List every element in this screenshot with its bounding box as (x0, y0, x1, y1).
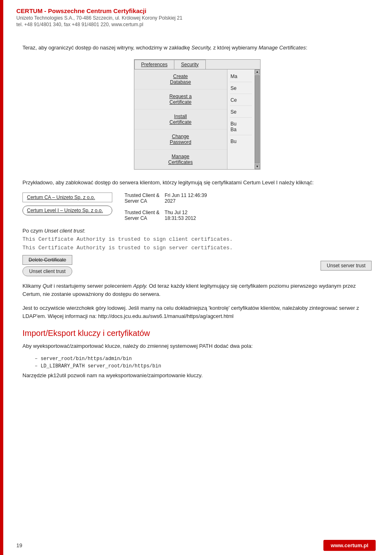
ca-item-1[interactable]: Certum CA – Unizeto Sp. z o.o. (22, 192, 112, 202)
menu-item-install-cert[interactable]: InstallCertificate (134, 110, 227, 130)
ca-info-row-2: Trusted Client &Server CA Thu Jul 12 18:… (125, 210, 207, 221)
button-row: Delete Certificate Unset client trust Un… (22, 255, 372, 276)
ca-container: Certum CA – Unizeto Sp. z o.o. Certum Le… (22, 192, 372, 221)
menu-right-item-4: Se (230, 107, 252, 118)
scrollbar-up[interactable]: ▲ (255, 69, 260, 74)
menu-right-items: Ma Se Ce Se BuBa Bu (227, 69, 254, 169)
menu-right-item-2: Se (230, 83, 252, 94)
unset-label: Po czym Unset client trust: (22, 228, 372, 234)
intro-text2: z której wybieramy (212, 45, 258, 51)
code-line-1: server_root/bin/https/admin/bin (35, 356, 372, 362)
menu-item-change-password[interactable]: ChangePassword (134, 130, 227, 150)
footer: 19 www.certum.pl (0, 536, 392, 555)
intro-italic1: Security, (192, 45, 212, 51)
footer-brand: www.certum.pl (323, 540, 376, 551)
ca-info-label-2: Trusted Client &Server CA (125, 210, 160, 221)
ca-info-value-1: Fri Jun 11 12:46:39 2027 (162, 192, 207, 204)
import-heading: Import/Eksport kluczy i certyfikatów (22, 329, 372, 338)
section2-text2: Jest to oczywiście wierzchołek góry lodo… (22, 304, 372, 320)
red-bar (0, 0, 3, 555)
menu-right-item-6: Bu (230, 136, 252, 147)
import-intro: Aby wyeksportować/zaimportować klucze, n… (22, 342, 372, 350)
menu-items-left: CreateDatabase Request aCertificate Inst… (134, 69, 227, 169)
scrollbar-down[interactable]: ▼ (255, 164, 260, 169)
import-outro: Narzędzie pk12util pozwoli nam na wyeksp… (22, 371, 372, 380)
ca-info-row-1: Trusted Client &Server CA Fri Jun 11 12:… (125, 192, 207, 204)
section2-text1: Klikamy Quit i restartujemy serwer polec… (22, 282, 372, 298)
menu-right-item-5: BuBa (230, 119, 252, 135)
scrollbar-thumb[interactable] (255, 75, 260, 163)
menu-item-create-db[interactable]: CreateDatabase (134, 69, 227, 90)
menu-right-item-1: Ma (230, 71, 252, 82)
section1-text: Przykładowo, aby zablokować dostęp do se… (22, 179, 372, 187)
ca-info-label-1: Trusted Client &Server CA (125, 192, 160, 204)
unset-server-trust-button[interactable]: Unset server trust (321, 261, 372, 271)
code-block: server_root/bin/https/admin/bin LD_LIBRA… (35, 356, 372, 369)
unset-client-trust-button[interactable]: Unset client trust (22, 266, 72, 276)
tab-preferences[interactable]: Preferences (134, 60, 175, 69)
button-group-left: Delete Certificate Unset client trust (22, 255, 72, 276)
header-company: Unizeto Technologies S.A., 70-486 Szczec… (16, 15, 376, 21)
delete-certificate-button[interactable]: Delete Certificate (22, 255, 72, 265)
scrollbar[interactable]: ▲ ▼ (254, 69, 260, 169)
ca-list: Certum CA – Unizeto Sp. z o.o. Certum Le… (22, 192, 112, 215)
ca-info: Trusted Client &Server CA Fri Jun 11 12:… (125, 192, 207, 221)
tab-row: Preferences Security (134, 60, 260, 69)
trust-text-2: This Certificate Authority is trusted to… (22, 245, 372, 251)
header: CERTUM - Powszechne Centrum Certyfikacji… (0, 0, 392, 31)
intro-text3: : (306, 45, 307, 51)
menu-item-request-cert[interactable]: Request aCertificate (134, 90, 227, 110)
intro-paragraph: Teraz, aby ograniczyć dostęp do naszej w… (22, 44, 372, 52)
unset-section: Po czym Unset client trust: This Certifi… (22, 228, 372, 276)
header-title: CERTUM - Powszechne Centrum Certyfikacji (16, 7, 376, 14)
ca-info-value-2: Thu Jul 12 18:31:53 2012 (162, 210, 196, 221)
menu-ui: Preferences Security CreateDatabase Requ… (134, 59, 261, 170)
menu-right-item-3: Ce (230, 95, 252, 106)
menu-item-manage-certs[interactable]: ManageCertificates (134, 150, 227, 169)
intro-italic2: Manage Certificates (258, 45, 306, 51)
tab-security[interactable]: Security (174, 60, 205, 69)
ca-item-2[interactable]: Certum Level I – Unizeto Sp. z o.o. (22, 206, 112, 215)
header-contact: tel. +48 91/4801 340, fax +48 91/4801 22… (16, 22, 376, 27)
trust-text-1: This Certificate Authority is trusted to… (22, 236, 372, 242)
code-line-2: LD_LIBRARY_PATH server_root/bin/https/bi… (35, 363, 372, 369)
menu-body: CreateDatabase Request aCertificate Inst… (134, 69, 260, 169)
main-content: Teraz, aby ograniczyć dostęp do naszej w… (0, 31, 392, 398)
page-number: 19 (16, 542, 22, 548)
menu-right-panel: Ma Se Ce Se BuBa Bu ▲ ▼ (227, 69, 260, 169)
intro-text1: Teraz, aby ograniczyć dostęp do naszej w… (22, 45, 192, 51)
